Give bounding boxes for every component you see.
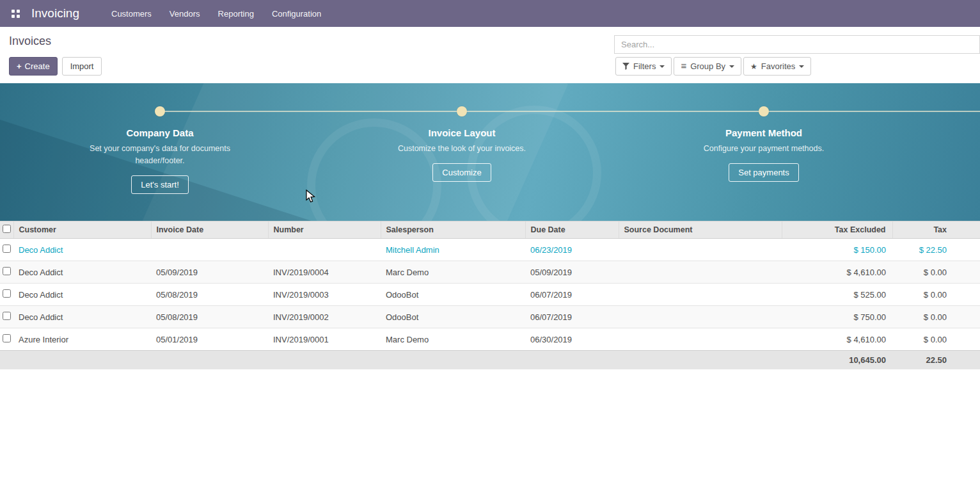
set-payments-button[interactable]: Set payments xyxy=(729,163,799,182)
cell-number xyxy=(268,239,381,261)
onboarding-step-payment-method: Payment Method Configure your payment me… xyxy=(658,106,869,182)
table-row[interactable]: Deco Addict 05/09/2019 INV/2019/0004 Mar… xyxy=(0,261,980,284)
main-menu: Customers Vendors Reporting Configuratio… xyxy=(111,9,321,19)
table-row[interactable]: Azure Interior 05/01/2019 INV/2019/0001 … xyxy=(0,328,980,351)
group-by-icon xyxy=(681,61,686,71)
row-checkbox[interactable] xyxy=(3,267,11,275)
cell-tax-excluded: $ 750.00 xyxy=(782,306,892,328)
table-footer: 10,645.00 22.50 xyxy=(0,351,980,370)
lets-start-button[interactable]: Let's start! xyxy=(131,175,189,194)
header-invoice-date[interactable]: Invoice Date xyxy=(151,221,268,239)
menu-reporting[interactable]: Reporting xyxy=(218,9,254,19)
cell-salesperson: Marc Demo xyxy=(381,261,525,284)
cell-invoice-date xyxy=(151,239,268,261)
cell-tax-excluded: $ 150.00 xyxy=(782,239,892,261)
cell-source-document xyxy=(619,328,782,351)
breadcrumb: Invoices xyxy=(9,35,51,48)
invoices-table: Customer Invoice Date Number Salesperson… xyxy=(0,221,980,369)
cell-due-date: 06/23/2019 xyxy=(525,239,619,261)
group-by-button-label: Group By xyxy=(690,61,725,71)
app-title[interactable]: Invoicing xyxy=(31,6,79,20)
table-row[interactable]: Deco Addict 05/08/2019 INV/2019/0003 Odo… xyxy=(0,284,980,306)
select-all-cell xyxy=(0,221,13,239)
cell-customer: Deco Addict xyxy=(13,284,151,306)
header-customer[interactable]: Customer xyxy=(13,221,151,239)
chevron-down-icon xyxy=(799,65,804,68)
cell-source-document xyxy=(619,261,782,284)
select-all-checkbox[interactable] xyxy=(3,225,11,233)
menu-configuration[interactable]: Configuration xyxy=(272,9,321,19)
header-number[interactable]: Number xyxy=(268,221,381,239)
cell-due-date: 05/09/2019 xyxy=(525,261,619,284)
step-title: Company Data xyxy=(126,127,193,138)
header-salesperson[interactable]: Salesperson xyxy=(381,221,525,239)
menu-vendors[interactable]: Vendors xyxy=(170,9,200,19)
onboarding-banner: Company Data Set your company's data for… xyxy=(0,83,980,221)
step-description: Customize the look of your invoices. xyxy=(398,143,526,155)
cell-customer: Azure Interior xyxy=(13,328,151,351)
cell-tax: $ 0.00 xyxy=(892,328,980,351)
cell-salesperson: Marc Demo xyxy=(381,328,525,351)
filters-button-label: Filters xyxy=(633,61,656,71)
cell-due-date: 06/07/2019 xyxy=(525,284,619,306)
chevron-down-icon xyxy=(729,65,734,68)
create-button-label: Create xyxy=(25,61,50,71)
chevron-down-icon xyxy=(660,65,665,68)
top-navbar: Invoicing Customers Vendors Reporting Co… xyxy=(0,0,980,27)
cell-salesperson: Mitchell Admin xyxy=(381,239,525,261)
cell-tax: $ 22.50 xyxy=(892,239,980,261)
favorites-button[interactable]: Favorites xyxy=(743,57,811,76)
header-tax-excluded[interactable]: Tax Excluded xyxy=(782,221,892,239)
cell-tax: $ 0.00 xyxy=(892,284,980,306)
menu-customers[interactable]: Customers xyxy=(111,9,152,19)
row-checkbox[interactable] xyxy=(3,312,11,320)
search-options: Filters Group By Favorites xyxy=(615,57,811,76)
cell-customer: Deco Addict xyxy=(13,306,151,328)
step-title: Payment Method xyxy=(725,127,802,138)
apps-menu-button[interactable] xyxy=(9,7,22,20)
total-tax-excluded: 10,645.00 xyxy=(782,351,892,370)
create-button[interactable]: Create xyxy=(9,57,58,76)
cell-source-document xyxy=(619,306,782,328)
cell-customer: Deco Addict xyxy=(13,239,151,261)
cell-tax-excluded: $ 4,610.00 xyxy=(782,328,892,351)
cell-number: INV/2019/0002 xyxy=(268,306,381,328)
control-panel: Invoices Create Import Filters Group By … xyxy=(0,27,980,83)
cell-due-date: 06/30/2019 xyxy=(525,328,619,351)
plus-icon xyxy=(17,61,25,71)
cell-source-document xyxy=(619,239,782,261)
cell-tax-excluded: $ 4,610.00 xyxy=(782,261,892,284)
import-button[interactable]: Import xyxy=(62,57,102,76)
step-title: Invoice Layout xyxy=(428,127,495,138)
cell-invoice-date: 05/09/2019 xyxy=(151,261,268,284)
customize-button[interactable]: Customize xyxy=(432,163,491,182)
step-dot xyxy=(457,106,467,116)
header-tax[interactable]: Tax xyxy=(892,221,980,239)
header-due-date[interactable]: Due Date xyxy=(525,221,619,239)
cell-salesperson: OdooBot xyxy=(381,306,525,328)
action-buttons: Create Import xyxy=(9,57,102,76)
search-input[interactable] xyxy=(614,35,980,54)
cell-number: INV/2019/0001 xyxy=(268,328,381,351)
cell-tax-excluded: $ 525.00 xyxy=(782,284,892,306)
cell-tax: $ 0.00 xyxy=(892,306,980,328)
row-checkbox[interactable] xyxy=(3,245,11,253)
filters-button[interactable]: Filters xyxy=(615,57,672,76)
cell-invoice-date: 05/08/2019 xyxy=(151,284,268,306)
row-checkbox[interactable] xyxy=(3,334,11,342)
header-source-document[interactable]: Source Document xyxy=(619,221,782,239)
group-by-button[interactable]: Group By xyxy=(674,57,741,76)
step-dot xyxy=(155,106,165,116)
cell-customer: Deco Addict xyxy=(13,261,151,284)
total-tax: 22.50 xyxy=(892,351,980,370)
cell-number: INV/2019/0003 xyxy=(268,284,381,306)
onboarding-step-company-data: Company Data Set your company's data for… xyxy=(54,106,265,194)
mouse-cursor xyxy=(306,189,317,204)
table-row[interactable]: Deco Addict 05/08/2019 INV/2019/0002 Odo… xyxy=(0,306,980,328)
cell-due-date: 06/07/2019 xyxy=(525,306,619,328)
row-checkbox[interactable] xyxy=(3,289,11,298)
step-description: Set your company's data for documents he… xyxy=(86,143,233,167)
cell-invoice-date: 05/01/2019 xyxy=(151,328,268,351)
table-row[interactable]: Deco Addict Mitchell Admin 06/23/2019 $ … xyxy=(0,239,980,261)
favorites-button-label: Favorites xyxy=(761,61,795,71)
